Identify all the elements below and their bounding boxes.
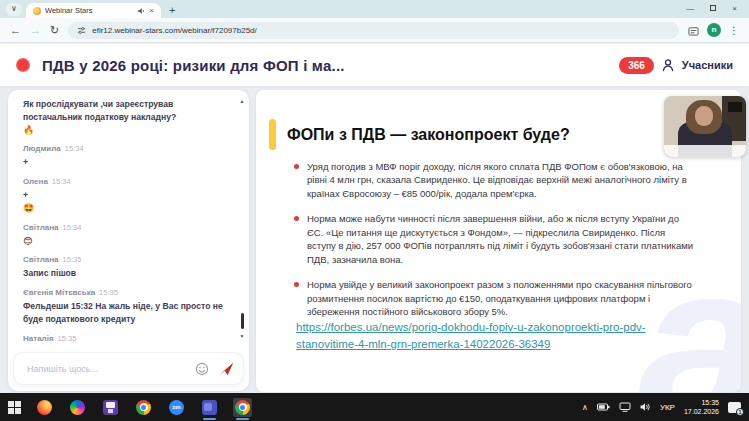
- browser-toolbar: ← → ↻ efir12.webinar-stars.com/webinar/f…: [0, 18, 749, 43]
- scroll-down-icon[interactable]: ▼: [238, 333, 246, 339]
- chat-message-list[interactable]: Як прослідкувати ,чи зареєстрував постач…: [8, 94, 235, 345]
- participants-label: Учасники: [682, 59, 733, 71]
- message-author: Наталія15:35: [23, 334, 233, 343]
- chat-message: Як прослідкувати ,чи зареєстрував постач…: [23, 98, 233, 136]
- message-author: Євгенія Мітєвська15:35: [23, 288, 233, 297]
- firefox-icon[interactable]: [37, 400, 52, 415]
- forward-icon[interactable]: →: [30, 25, 41, 36]
- hidden-icons-chevron[interactable]: ∧: [582, 403, 588, 412]
- bullet-text: Норма увійде у великий законопроект разо…: [307, 278, 696, 318]
- browser-tab[interactable]: Webinar Stars ×: [26, 3, 161, 18]
- windows-taskbar: zm ∧ УКР 15:35 17.02.2026 1: [0, 393, 749, 421]
- chrome-icon[interactable]: [136, 400, 151, 415]
- zoom-icon[interactable]: zm: [169, 400, 184, 415]
- chat-input-bar: [14, 353, 243, 384]
- bullet-text: Уряд погодив з МВФ поріг доходу, після я…: [307, 160, 696, 200]
- notification-count-badge: 1: [736, 408, 744, 416]
- copilot-icon[interactable]: [70, 400, 85, 415]
- chat-message: Світлана15:35 Запис пішов: [23, 255, 233, 280]
- battery-icon[interactable]: [597, 403, 610, 411]
- message-author: Людмила15:34: [23, 144, 233, 153]
- browser-menu-icon[interactable]: ⋮: [729, 25, 739, 36]
- app-icon-purple[interactable]: [103, 400, 118, 415]
- tab-favicon-icon: [33, 7, 41, 15]
- send-icon[interactable]: [218, 362, 234, 376]
- bullet-dot-icon: [294, 282, 299, 287]
- language-indicator[interactable]: УКР: [660, 403, 675, 412]
- scroll-up-icon[interactable]: ▲: [238, 98, 246, 104]
- chat-message: Світлана15:34 😊: [23, 223, 233, 248]
- participants-count-badge: 366: [619, 57, 654, 74]
- slide-title: ФОПи з ПДВ — законопроект буде?: [287, 126, 570, 144]
- presenter-webcam[interactable]: [664, 96, 746, 157]
- participants-control[interactable]: 366 Учасники: [619, 57, 733, 74]
- chat-message: Олена15:34 + 🤩: [23, 177, 233, 214]
- message-text: Запис пішов: [23, 267, 233, 280]
- recording-dot-icon: [16, 58, 30, 72]
- chrome-active-icon[interactable]: [235, 400, 250, 415]
- site-settings-icon[interactable]: [77, 26, 86, 35]
- message-text: +: [23, 189, 233, 202]
- title-accent-bar: [269, 119, 276, 150]
- profile-avatar[interactable]: n: [707, 23, 721, 37]
- notification-center-icon[interactable]: 1: [728, 402, 741, 413]
- chat-panel: Як прослідкувати ,чи зареєстрував постач…: [8, 90, 249, 391]
- back-icon[interactable]: ←: [10, 25, 21, 36]
- emoji-picker-icon[interactable]: [195, 362, 209, 376]
- minimize-icon[interactable]: —: [686, 5, 694, 13]
- bullet-dot-icon: [294, 164, 299, 169]
- volume-icon[interactable]: [640, 402, 651, 412]
- tab-title: Webinar Stars: [45, 6, 133, 15]
- window-controls: — ×: [686, 5, 743, 13]
- bullet-item: Норма може набути чинності після заверше…: [294, 212, 696, 266]
- start-button-icon[interactable]: [8, 401, 21, 414]
- url-bar[interactable]: efir12.webinar-stars.com/webinar/f72097b…: [68, 22, 679, 39]
- new-tab-button[interactable]: +: [169, 4, 175, 16]
- bullet-dot-icon: [294, 216, 299, 221]
- presenter-face: [695, 106, 713, 126]
- url-text[interactable]: efir12.webinar-stars.com/webinar/f72097b…: [92, 26, 257, 35]
- webcam-overlay: [664, 145, 746, 157]
- slide-title-row: ФОПи з ПДВ — законопроект буде?: [269, 119, 570, 150]
- tab-close-icon[interactable]: ×: [149, 7, 154, 15]
- bullet-item: Норма увійде у великий законопроект разо…: [294, 278, 696, 318]
- clock[interactable]: 15:35 17.02.2026: [684, 398, 719, 417]
- chat-scrollbar[interactable]: ▲ ▼: [238, 98, 246, 339]
- message-text: Фельдеши 15:32 На жаль ніде, у Вас прост…: [23, 300, 233, 326]
- bullet-text: Норма може набути чинності після заверше…: [307, 212, 696, 266]
- message-text: Як прослідкувати ,чи зареєстрував постач…: [23, 98, 233, 124]
- system-tray: ∧ УКР 15:35 17.02.2026 1: [582, 398, 741, 417]
- slide-bullet-list: Уряд погодив з МВФ поріг доходу, після я…: [294, 160, 696, 331]
- browser-tab-strip: ∨ Webinar Stars × + — ×: [0, 0, 749, 18]
- message-author: Олена15:34: [23, 177, 233, 186]
- slide-source-link[interactable]: https://forbes.ua/news/porig-dokhodu-fop…: [296, 319, 698, 354]
- message-text: +: [23, 156, 233, 169]
- chat-message: Наталія15:35 Як у Вас все спутано, скомк…: [23, 334, 233, 345]
- chat-message-input[interactable]: [27, 364, 186, 374]
- maximize-icon[interactable]: [710, 5, 716, 11]
- scrollbar-thumb[interactable]: [241, 313, 244, 329]
- chat-message: Людмила15:34 +: [23, 144, 233, 169]
- message-emoji: 🔥: [23, 124, 233, 137]
- chat-message: Євгенія Мітєвська15:35 Фельдеши 15:32 На…: [23, 288, 233, 326]
- tray-date: 17.02.2026: [684, 407, 719, 416]
- close-window-icon[interactable]: ×: [732, 5, 737, 13]
- reload-icon[interactable]: ↻: [50, 25, 59, 36]
- tab-search-button[interactable]: ∨: [6, 3, 22, 16]
- webinar-title: ПДВ у 2026 році: ризики для ФОП і ма...: [42, 57, 345, 74]
- message-author: Світлана15:34: [23, 223, 233, 232]
- bullet-item: Уряд погодив з МВФ поріг доходу, після я…: [294, 160, 696, 200]
- message-emoji: 😊: [23, 235, 233, 248]
- network-icon[interactable]: [619, 402, 631, 412]
- toolbar-right: n ⋮: [688, 23, 739, 37]
- person-icon: [661, 58, 675, 72]
- webinar-header: ПДВ у 2026 році: ризики для ФОП і ма... …: [0, 44, 749, 86]
- tab-audio-icon[interactable]: [137, 7, 145, 15]
- extension-icon[interactable]: [688, 25, 699, 36]
- message-author: Світлана15:35: [23, 255, 233, 264]
- message-emoji: 🤩: [23, 202, 233, 215]
- webcam-background-detail: [728, 102, 742, 112]
- tray-time: 15:35: [684, 398, 719, 407]
- teams-icon[interactable]: [202, 400, 217, 415]
